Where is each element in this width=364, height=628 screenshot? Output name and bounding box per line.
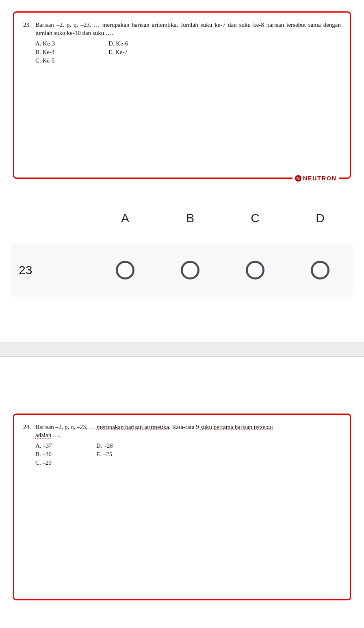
options-block: A. –37 B. –30 C. –29 D. –28 E. –25 [35,441,341,467]
q24-text-underline2: suku pertama barisan tersebut [201,424,273,430]
question-text-content: Barisan –2, p, q, –23, … merupakan baris… [35,22,341,36]
answer-row-label: 23 [11,263,93,277]
question-number: 23. [23,21,35,65]
option-a: A. –37 [35,442,96,450]
header-a: A [93,211,158,225]
option-a: A. Ke-3 [35,39,108,48]
q24-text-adalah: adalah [35,432,51,438]
q24-text-underline1: merupakan barisan aritmetika [97,424,169,430]
question-card-23: 23. Barisan –2, p, q, –23, … merupakan b… [13,11,351,179]
option-c: C. –29 [35,459,96,467]
question-body: 23. Barisan –2, p, q, –23, … merupakan b… [23,21,341,65]
option-d: D. –28 [96,442,178,450]
header-c: C [223,211,288,225]
brand-text: NEUTRON [303,175,337,182]
radio-23-c[interactable] [246,261,264,279]
options-block: A. Ke-3 B. Ke-4 C. Ke-5 D. Ke-6 E. Ke-7 [35,39,341,65]
brand-icon: N [295,175,301,182]
radio-23-a[interactable] [116,261,134,279]
q24-text-seg2: . Rata-rata 9 [169,424,200,430]
section-divider [0,342,364,357]
option-c: C. Ke-5 [35,56,108,65]
option-b: B. –30 [35,450,96,458]
option-e: E. Ke-7 [108,48,190,56]
answer-table: A B C D 23 [11,211,353,297]
radio-23-d[interactable] [311,261,329,279]
header-d: D [288,211,353,225]
question-text: Barisan –2, p, q, –23, … merupakan baris… [35,21,341,65]
question-body: 24. Barisan –2, p, q, –23, … merupakan b… [23,423,341,467]
option-e: E. –25 [96,450,178,458]
brand-badge: N NEUTRON [292,175,339,182]
option-b: B. Ke-4 [35,48,108,56]
question-card-24: 24. Barisan –2, p, q, –23, … merupakan b… [13,414,351,600]
question-text: Barisan –2, p, q, –23, … merupakan baris… [35,423,341,467]
question-number: 24. [23,423,35,467]
q24-text-seg1: Barisan –2, p, q, –23, … [35,424,97,430]
q24-text-dots: …. [51,432,61,438]
radio-23-b[interactable] [181,261,199,279]
answer-header-row: A B C D [11,211,353,225]
answer-row-23: 23 [11,243,353,297]
header-b: B [158,211,223,225]
option-d: D. Ke-6 [108,39,190,48]
